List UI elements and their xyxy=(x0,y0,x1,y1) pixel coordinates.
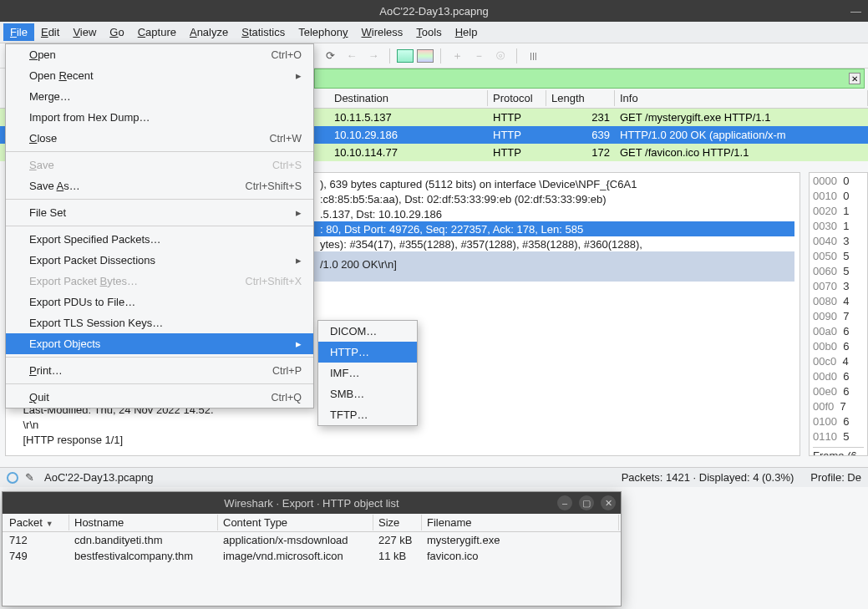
menu-file[interactable]: File xyxy=(3,23,34,41)
frame-tab[interactable]: Frame (6 xyxy=(813,447,864,456)
hex-row: 0100 6 xyxy=(813,415,864,430)
menu-tools[interactable]: Tools xyxy=(409,23,448,41)
hex-row: 0030 1 xyxy=(813,220,864,235)
edit-capture-icon[interactable]: ✎ xyxy=(25,471,34,484)
menu-item-open-recent[interactable]: Open Recent▸ xyxy=(6,65,313,86)
menubar: File Edit View Go Capture Analyze Statis… xyxy=(0,22,868,43)
forward-icon[interactable]: → xyxy=(364,47,383,65)
hex-row: 0070 3 xyxy=(813,280,864,295)
menu-capture[interactable]: Capture xyxy=(131,23,183,41)
dialog-title: Wireshark · Export · HTTP object list xyxy=(224,497,398,510)
submenu-tftp[interactable]: TFTP… xyxy=(318,404,417,425)
menu-item-export-objects[interactable]: Export Objects▸ xyxy=(6,333,313,354)
zoom-out-icon[interactable]: － xyxy=(470,47,488,65)
dialog-close-icon[interactable]: ✕ xyxy=(601,495,616,510)
menu-item-export-tls[interactable]: Export TLS Session Keys… xyxy=(6,312,313,333)
detail-line: [HTTP response 1/1] xyxy=(11,432,794,447)
hex-row: 0060 5 xyxy=(813,265,864,280)
col-content-type[interactable]: Content Type xyxy=(218,515,373,530)
status-profile[interactable]: Profile: De xyxy=(810,471,861,484)
window-title: AoC'22-Day13.pcapng xyxy=(379,5,488,18)
menu-item-save-as[interactable]: Save As…Ctrl+Shift+S xyxy=(6,175,313,196)
col-filename[interactable]: Filename xyxy=(422,515,619,530)
menu-help[interactable]: Help xyxy=(449,23,485,41)
export-http-dialog: Wireshark · Export · HTTP object list – … xyxy=(2,491,622,606)
zoom-reset-icon[interactable]: ⦾ xyxy=(491,47,510,65)
col-size[interactable]: Size xyxy=(373,515,422,530)
menu-item-print[interactable]: Print…Ctrl+P xyxy=(6,360,313,381)
submenu-imf[interactable]: IMF… xyxy=(318,363,417,383)
clear-filter-icon[interactable]: ✕ xyxy=(849,73,860,84)
menu-item-export-pdus[interactable]: Export PDUs to File… xyxy=(6,292,313,312)
resize-columns-icon[interactable]: ⫼ xyxy=(524,47,542,65)
menu-wireless[interactable]: Wireless xyxy=(355,23,410,41)
dialog-header-row: Packet▼ Hostname Content Type Size Filen… xyxy=(3,514,621,532)
menu-edit[interactable]: Edit xyxy=(34,23,66,41)
hex-row: 00c0 4 xyxy=(813,355,864,370)
menu-item-export-bytes: Export Packet Bytes…Ctrl+Shift+X xyxy=(6,271,313,292)
object-row[interactable]: 749 bestfestivalcompany.thm image/vnd.mi… xyxy=(3,548,621,564)
menu-statistics[interactable]: Statistics xyxy=(235,23,292,41)
submenu-smb[interactable]: SMB… xyxy=(318,383,417,404)
hex-row: 0000 0 xyxy=(813,175,864,190)
status-bar: ✎ AoC'22-Day13.pcapng Packets: 1421 · Di… xyxy=(0,467,868,487)
zoom-in-icon[interactable]: ＋ xyxy=(448,47,466,65)
menu-item-quit[interactable]: QuitCtrl+Q xyxy=(6,387,313,408)
menu-telephony[interactable]: Telephony xyxy=(292,23,354,41)
col-hostname[interactable]: Hostname xyxy=(69,515,218,530)
hex-row: 00b0 6 xyxy=(813,340,864,355)
hex-row: 0040 3 xyxy=(813,235,864,250)
hex-row: 00f0 7 xyxy=(813,400,864,415)
hex-row: 0020 1 xyxy=(813,205,864,220)
reload-icon[interactable]: ⟳ xyxy=(321,47,339,65)
col-destination[interactable]: Destination xyxy=(329,90,488,106)
menu-item-close[interactable]: CloseCtrl+W xyxy=(6,128,313,149)
back-icon[interactable]: ← xyxy=(343,47,361,65)
file-menu-dropdown: OpenCtrl+O Open Recent▸ Merge… Import fr… xyxy=(5,43,314,409)
sort-asc-icon: ▼ xyxy=(46,520,53,528)
colorize-icon[interactable] xyxy=(417,49,434,63)
dialog-titlebar: Wireshark · Export · HTTP object list – … xyxy=(3,492,621,514)
minimize-icon[interactable]: — xyxy=(850,5,861,18)
submenu-dicom[interactable]: DICOM… xyxy=(318,321,417,342)
menu-item-import-hex[interactable]: Import from Hex Dump… xyxy=(6,107,313,128)
packet-bytes-pane[interactable]: 0000 00010 00020 10030 10040 30050 50060… xyxy=(809,172,868,456)
object-row[interactable]: 712 cdn.bandityeti.thm application/x-msd… xyxy=(3,532,621,548)
menu-item-open[interactable]: OpenCtrl+O xyxy=(6,44,313,65)
col-packet[interactable]: Packet▼ xyxy=(4,515,69,530)
hex-row: 0090 7 xyxy=(813,310,864,325)
menu-item-export-dissections[interactable]: Export Packet Dissections▸ xyxy=(6,250,313,271)
menu-item-export-specified[interactable]: Export Specified Packets… xyxy=(6,229,313,250)
menu-item-save: SaveCtrl+S xyxy=(6,155,313,175)
dialog-maximize-icon[interactable]: ▢ xyxy=(579,495,594,510)
submenu-http[interactable]: HTTP… xyxy=(318,342,417,363)
hex-row: 00e0 6 xyxy=(813,385,864,400)
col-protocol[interactable]: Protocol xyxy=(488,90,546,106)
col-info[interactable]: Info xyxy=(615,90,868,106)
window-controls: — xyxy=(850,5,861,18)
export-objects-submenu: DICOM… HTTP… IMF… SMB… TFTP… xyxy=(317,320,418,426)
window-titlebar: AoC'22-Day13.pcapng — xyxy=(0,0,868,22)
hex-row: 0080 4 xyxy=(813,295,864,310)
status-packet-count: Packets: 1421 · Displayed: 4 (0.3%) xyxy=(622,471,794,484)
hex-row: 0010 0 xyxy=(813,190,864,205)
hex-row: 00d0 6 xyxy=(813,370,864,385)
dialog-minimize-icon[interactable]: – xyxy=(557,495,572,510)
status-file: AoC'22-Day13.pcapng xyxy=(44,471,153,484)
hex-row: 0050 5 xyxy=(813,250,864,265)
menu-view[interactable]: View xyxy=(66,23,103,41)
col-length[interactable]: Length xyxy=(546,90,615,106)
display-filter-bar[interactable]: ✕ xyxy=(314,69,865,89)
menu-go[interactable]: Go xyxy=(103,23,130,41)
autoscroll-icon[interactable] xyxy=(397,49,414,63)
expert-info-icon[interactable] xyxy=(7,472,18,484)
menu-analyze[interactable]: Analyze xyxy=(183,23,235,41)
hex-row: 0110 5 xyxy=(813,430,864,445)
menu-item-merge[interactable]: Merge… xyxy=(6,86,313,107)
menu-item-file-set[interactable]: File Set▸ xyxy=(6,202,313,223)
hex-row: 00a0 6 xyxy=(813,325,864,340)
